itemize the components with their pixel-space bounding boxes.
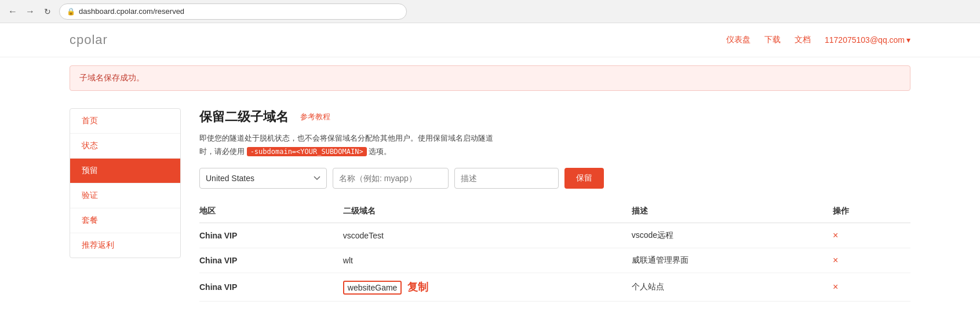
lock-icon: 🔒 — [67, 8, 75, 16]
sidebar-referral-label: 推荐返利 — [82, 240, 114, 249]
header-nav: 仪表盘 下载 文档 1172075103@qq.com ▾ — [726, 35, 910, 45]
sidebar-item-plan[interactable]: 套餐 — [70, 208, 180, 233]
desc-line2: 时，请必使用 — [199, 147, 245, 156]
row2-action: × — [833, 248, 910, 273]
row3-action: × — [833, 273, 910, 301]
row1-action: × — [833, 223, 910, 248]
desc-line1: 即使您的隧道处于脱机状态，也不会将保留域名分配给其他用户。使用保留域名启动隧道 — [199, 134, 493, 142]
table-row: China VIP vscodeTest vscode远程 × — [199, 223, 910, 248]
refresh-button[interactable]: ↻ — [42, 6, 53, 17]
browser-chrome: ← → ↻ 🔒 dashboard.cpolar.com/reserved — [0, 0, 980, 23]
row3-subdomain: websiteGame 复制 — [343, 273, 632, 301]
row1-desc: vscode远程 — [632, 223, 833, 248]
code-tag: -subdomain=<YOUR_SUBDOMAIN> — [247, 147, 367, 156]
forward-button[interactable]: → — [24, 6, 36, 17]
user-arrow: ▾ — [906, 35, 910, 45]
subdomain-highlight: websiteGame — [343, 281, 402, 295]
row2-subdomain: wlt — [343, 248, 632, 273]
address-bar[interactable]: 🔒 dashboard.cpolar.com/reserved — [59, 3, 407, 20]
back-button[interactable]: ← — [7, 6, 19, 17]
sidebar-status-label: 状态 — [82, 141, 98, 150]
sidebar-item-referral[interactable]: 推荐返利 — [70, 233, 180, 258]
row3-region: China VIP — [199, 273, 343, 301]
row3-desc: 个人站点 — [632, 273, 833, 301]
table-row: China VIP wlt 威联通管理界面 × — [199, 248, 910, 273]
nav-dashboard[interactable]: 仪表盘 — [726, 35, 751, 45]
desc-line3: 选项。 — [369, 147, 391, 156]
col-subdomain: 二级域名 — [343, 200, 632, 223]
row2-region: China VIP — [199, 248, 343, 273]
row1-subdomain: vscodeTest — [343, 223, 632, 248]
region-select[interactable]: United States China China VIP — [199, 168, 327, 189]
row1-region: China VIP — [199, 223, 343, 248]
sidebar-home-label: 首页 — [82, 116, 98, 125]
right-panel: 保留二级子域名 参考教程 即使您的隧道处于脱机状态，也不会将保留域名分配给其他用… — [199, 108, 910, 302]
sidebar-verify-label: 验证 — [82, 190, 98, 200]
sidebar-item-home[interactable]: 首页 — [70, 109, 180, 134]
table-row: China VIP websiteGame 复制 个人站点 × — [199, 273, 910, 301]
user-menu[interactable]: 1172075103@qq.com ▾ — [825, 35, 910, 45]
sidebar: 首页 状态 预留 验证 套餐 推荐返利 — [70, 108, 181, 258]
success-message: 子域名保存成功。 — [79, 73, 144, 82]
delete-button-3[interactable]: × — [833, 282, 838, 292]
sidebar-reserved-label: 预留 — [82, 166, 98, 175]
success-banner: 子域名保存成功。 — [70, 65, 910, 91]
save-button[interactable]: 保留 — [564, 168, 604, 189]
sidebar-item-status[interactable]: 状态 — [70, 134, 180, 159]
name-input[interactable] — [333, 168, 449, 189]
url-text: dashboard.cpolar.com/reserved — [79, 7, 184, 16]
nav-download[interactable]: 下载 — [764, 35, 781, 45]
panel-title: 保留二级子域名 — [199, 108, 289, 126]
data-table: 地区 二级域名 描述 操作 China VIP vscodeTest vscod… — [199, 200, 910, 302]
ref-link[interactable]: 参考教程 — [300, 112, 330, 122]
page-container: cpolar 仪表盘 下载 文档 1172075103@qq.com ▾ 子域名… — [0, 23, 980, 316]
col-desc: 描述 — [632, 200, 833, 223]
main-content: 首页 状态 预留 验证 套餐 推荐返利 保留二级子域名 参考教程 — [0, 99, 980, 311]
sidebar-item-verify[interactable]: 验证 — [70, 183, 180, 208]
user-email: 1172075103@qq.com — [825, 35, 905, 45]
col-region: 地区 — [199, 200, 343, 223]
logo: cpolar — [70, 32, 108, 47]
desc-input[interactable] — [454, 168, 559, 189]
header: cpolar 仪表盘 下载 文档 1172075103@qq.com ▾ — [0, 23, 980, 57]
table-header-row: 地区 二级域名 描述 操作 — [199, 200, 910, 223]
copy-button[interactable]: 复制 — [407, 281, 428, 293]
form-row: United States China China VIP 保留 — [199, 168, 910, 189]
nav-docs[interactable]: 文档 — [795, 35, 811, 45]
sidebar-item-reserved[interactable]: 预留 — [70, 159, 180, 183]
col-action: 操作 — [833, 200, 910, 223]
row2-desc: 威联通管理界面 — [632, 248, 833, 273]
delete-button-1[interactable]: × — [833, 230, 838, 241]
delete-button-2[interactable]: × — [833, 255, 838, 266]
panel-desc: 即使您的隧道处于脱机状态，也不会将保留域名分配给其他用户。使用保留域名启动隧道 … — [199, 131, 910, 159]
panel-header: 保留二级子域名 参考教程 — [199, 108, 910, 126]
sidebar-plan-label: 套餐 — [82, 215, 98, 225]
